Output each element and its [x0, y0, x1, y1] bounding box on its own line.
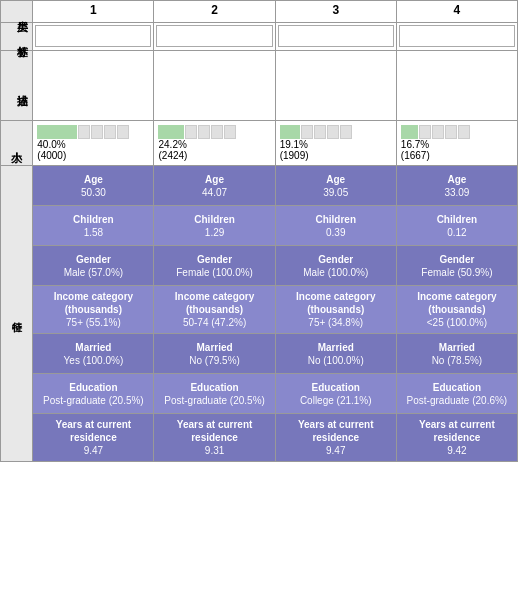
col-1-header: 1: [33, 1, 154, 23]
married-label-3: Married: [278, 341, 394, 354]
income-row: Income category(thousands) 75+ (55.1%) I…: [1, 286, 518, 334]
col-3-header: 3: [275, 1, 396, 23]
children-val-3: 0.39: [278, 226, 394, 239]
children-cell-2: Children 1.29: [154, 206, 275, 246]
children-val-4: 0.12: [399, 226, 515, 239]
desc-row-header: 描述: [1, 51, 33, 121]
label-row-header: 标签: [1, 23, 33, 51]
children-val-1: 1.58: [35, 226, 151, 239]
gender-cell-1: Gender Male (57.0%): [33, 246, 154, 286]
married-label-2: Married: [156, 341, 272, 354]
years-label-2: Years at currentresidence: [156, 418, 272, 444]
years-val-3: 9.47: [278, 444, 394, 457]
children-val-2: 1.29: [156, 226, 272, 239]
income-val-1: 75+ (55.1%): [35, 316, 151, 329]
education-label-2: Education: [156, 381, 272, 394]
children-row: Children 1.58 Children 1.29 Children 0.3…: [1, 206, 518, 246]
size-pct-2: 24.2%: [158, 139, 186, 150]
gender-label-1: Gender: [35, 253, 151, 266]
children-label-2: Children: [156, 213, 272, 226]
married-val-4: No (78.5%): [399, 354, 515, 367]
age-row: 特征 Age 50.30 Age 44.07 Age 39.05 Age 33.…: [1, 166, 518, 206]
income-val-4: <25 (100.0%): [399, 316, 515, 329]
size-n-2: (2424): [158, 150, 187, 161]
label-cell-2: [154, 23, 275, 51]
married-cell-3: Married No (100.0%): [275, 334, 396, 374]
education-label-4: Education: [399, 381, 515, 394]
married-row: Married Yes (100.0%) Married No (79.5%) …: [1, 334, 518, 374]
label-input-3[interactable]: [278, 25, 394, 47]
married-cell-2: Married No (79.5%): [154, 334, 275, 374]
education-val-2: Post-graduate (20.5%): [156, 394, 272, 407]
education-val-1: Post-graduate (20.5%): [35, 394, 151, 407]
married-label-1: Married: [35, 341, 151, 354]
gender-val-3: Male (100.0%): [278, 266, 394, 279]
header-row: 层类 1 2 3 4: [1, 1, 518, 23]
married-cell-4: Married No (78.5%): [396, 334, 517, 374]
years-val-1: 9.47: [35, 444, 151, 457]
col-4-header: 4: [396, 1, 517, 23]
married-val-1: Yes (100.0%): [35, 354, 151, 367]
education-cell-3: Education College (21.1%): [275, 374, 396, 414]
age-cell-1: Age 50.30: [33, 166, 154, 206]
income-label-4: Income category(thousands): [399, 290, 515, 316]
gender-label-2: Gender: [156, 253, 272, 266]
years-label-3: Years at currentresidence: [278, 418, 394, 444]
size-cell-2: 24.2% (2424): [154, 121, 275, 166]
years-val-2: 9.31: [156, 444, 272, 457]
married-label-4: Married: [399, 341, 515, 354]
education-val-3: College (21.1%): [278, 394, 394, 407]
education-label-1: Education: [35, 381, 151, 394]
years-cell-3: Years at currentresidence 9.47: [275, 414, 396, 462]
size-row-header: 大小: [1, 121, 33, 166]
label-input-2[interactable]: [156, 25, 272, 47]
size-n-4: (1667): [401, 150, 430, 161]
income-cell-4: Income category(thousands) <25 (100.0%): [396, 286, 517, 334]
desc-cell-3: [275, 51, 396, 121]
married-val-3: No (100.0%): [278, 354, 394, 367]
children-cell-3: Children 0.39: [275, 206, 396, 246]
age-label-1: Age: [35, 173, 151, 186]
label-input-1[interactable]: [35, 25, 151, 47]
age-cell-3: Age 39.05: [275, 166, 396, 206]
size-pct-3: 19.1%: [280, 139, 308, 150]
income-label-3: Income category(thousands): [278, 290, 394, 316]
age-val-2: 44.07: [156, 186, 272, 199]
education-cell-4: Education Post-graduate (20.6%): [396, 374, 517, 414]
label-cell-1: [33, 23, 154, 51]
desc-cell-4: [396, 51, 517, 121]
label-cell-3: [275, 23, 396, 51]
desc-row: 描述: [1, 51, 518, 121]
size-cell-1: 40.0% (4000): [33, 121, 154, 166]
label-input-4[interactable]: [399, 25, 515, 47]
age-label-4: Age: [399, 173, 515, 186]
size-pct-4: 16.7%: [401, 139, 429, 150]
married-val-2: No (79.5%): [156, 354, 272, 367]
size-n-3: (1909): [280, 150, 309, 161]
size-n-1: (4000): [37, 150, 66, 161]
size-cell-4: 16.7% (1667): [396, 121, 517, 166]
education-val-4: Post-graduate (20.6%): [399, 394, 515, 407]
desc-cell-2: [154, 51, 275, 121]
age-cell-4: Age 33.09: [396, 166, 517, 206]
education-cell-2: Education Post-graduate (20.5%): [154, 374, 275, 414]
gender-val-2: Female (100.0%): [156, 266, 272, 279]
row-type-header: 层类: [1, 1, 33, 23]
income-label-1: Income category(thousands): [35, 290, 151, 316]
children-label-4: Children: [399, 213, 515, 226]
years-cell-1: Years at currentresidence 9.47: [33, 414, 154, 462]
children-label-3: Children: [278, 213, 394, 226]
married-cell-1: Married Yes (100.0%): [33, 334, 154, 374]
feature-section-header: 特征: [1, 166, 33, 462]
cluster-table: 层类 1 2 3 4 标签 描述: [0, 0, 518, 462]
children-cell-1: Children 1.58: [33, 206, 154, 246]
income-label-2: Income category(thousands): [156, 290, 272, 316]
years-cell-4: Years at currentresidence 9.42: [396, 414, 517, 462]
education-row: Education Post-graduate (20.5%) Educatio…: [1, 374, 518, 414]
years-label-1: Years at currentresidence: [35, 418, 151, 444]
age-val-4: 33.09: [399, 186, 515, 199]
age-val-1: 50.30: [35, 186, 151, 199]
years-cell-2: Years at currentresidence 9.31: [154, 414, 275, 462]
children-cell-4: Children 0.12: [396, 206, 517, 246]
income-val-3: 75+ (34.8%): [278, 316, 394, 329]
